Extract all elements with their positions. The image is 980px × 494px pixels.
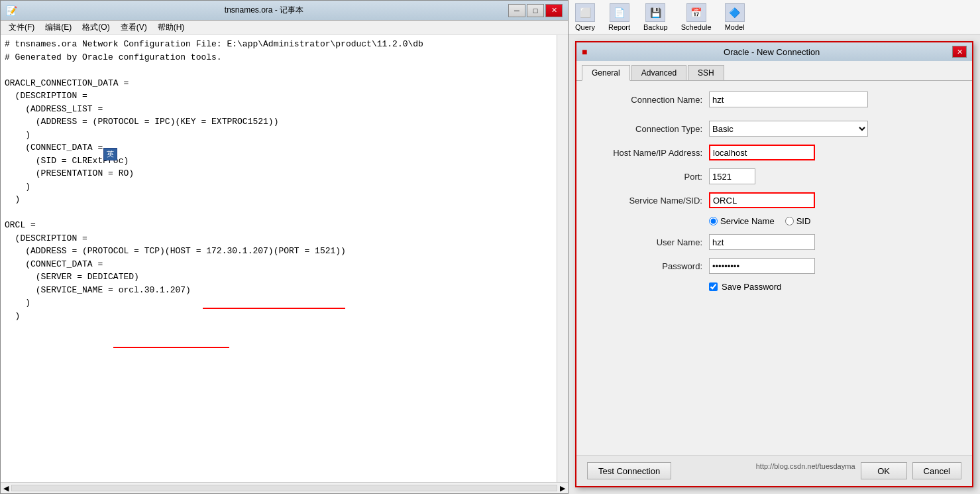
notepad-window: 📝 tnsnames.ora - 记事本 ─ □ ✕ 文件(F) 编辑(E) 格… bbox=[0, 0, 569, 494]
tab-advanced[interactable]: Advanced bbox=[631, 65, 686, 80]
connection-name-label: Connection Name: bbox=[590, 95, 709, 105]
minimize-button[interactable]: ─ bbox=[508, 4, 525, 17]
dialog-app-icon: ■ bbox=[582, 46, 587, 57]
ime-badge: 英 bbox=[103, 148, 117, 160]
host-row: Host Name/IP Address: bbox=[590, 145, 959, 160]
notepad-icon: 📝 bbox=[6, 5, 17, 16]
test-connection-button[interactable]: Test Connection bbox=[587, 462, 671, 479]
dialog-wrapper: ■ Oracle - New Connection ✕ General Adva… bbox=[569, 34, 980, 494]
toolbar-model[interactable]: 🔷 Model bbox=[725, 3, 745, 31]
toolbar: ⬜ Query 📄 Report 💾 Backup 📅 Schedule 🔷 M… bbox=[569, 0, 980, 34]
menu-view[interactable]: 查看(V) bbox=[115, 21, 152, 34]
tab-content-general: Connection Name: Connection Type: Basic … bbox=[576, 80, 972, 455]
save-password-label: Save Password bbox=[722, 282, 781, 292]
tab-ssh[interactable]: SSH bbox=[688, 65, 724, 80]
port-label: Port: bbox=[590, 172, 709, 182]
save-password-row: Save Password bbox=[709, 282, 959, 292]
footer-url: http://blog.csdn.net/tuesdayma bbox=[756, 462, 855, 479]
username-label: User Name: bbox=[590, 237, 709, 247]
oracle-new-connection-dialog: ■ Oracle - New Connection ✕ General Adva… bbox=[575, 41, 973, 487]
save-password-checkbox[interactable] bbox=[709, 282, 718, 291]
port-input[interactable] bbox=[709, 168, 755, 184]
schedule-icon: 📅 bbox=[686, 3, 706, 22]
toolbar-backup[interactable]: 💾 Backup bbox=[643, 3, 668, 31]
toolbar-query-label: Query bbox=[575, 23, 595, 31]
notepad-content: # tnsnames.ora Network Configuration Fil… bbox=[1, 35, 568, 482]
dialog-titlebar: ■ Oracle - New Connection ✕ bbox=[576, 42, 972, 61]
dialog-tabs: General Advanced SSH bbox=[576, 61, 972, 80]
toolbar-report-label: Report bbox=[608, 23, 630, 31]
tab-general[interactable]: General bbox=[582, 65, 630, 81]
connection-type-label: Connection Type: bbox=[590, 124, 709, 134]
vertical-scrollbar[interactable] bbox=[557, 35, 568, 482]
notepad-titlebar: 📝 tnsnames.ora - 记事本 ─ □ ✕ bbox=[1, 1, 568, 21]
password-row: Password: bbox=[590, 258, 959, 274]
username-row: User Name: bbox=[590, 234, 959, 250]
report-icon: 📄 bbox=[610, 3, 629, 22]
password-label: Password: bbox=[590, 261, 709, 271]
connection-name-input[interactable] bbox=[709, 92, 868, 107]
service-sid-input[interactable] bbox=[709, 192, 815, 208]
query-icon: ⬜ bbox=[575, 3, 595, 22]
radio-sid-text: SID bbox=[796, 216, 811, 226]
toolbar-model-label: Model bbox=[725, 23, 745, 31]
backup-icon: 💾 bbox=[645, 3, 665, 22]
close-button[interactable]: ✕ bbox=[545, 4, 563, 17]
connection-name-row: Connection Name: bbox=[590, 92, 959, 107]
connection-type-row: Connection Type: Basic bbox=[590, 121, 959, 137]
toolbar-report[interactable]: 📄 Report bbox=[608, 3, 630, 31]
toolbar-query[interactable]: ⬜ Query bbox=[575, 3, 595, 31]
notepad-title: tnsnames.ora - 记事本 bbox=[20, 5, 508, 16]
host-label: Host Name/IP Address: bbox=[590, 148, 709, 158]
radio-sid-label[interactable]: SID bbox=[785, 216, 811, 226]
menu-help[interactable]: 帮助(H) bbox=[152, 21, 190, 34]
toolbar-schedule-label: Schedule bbox=[681, 23, 712, 31]
cancel-button[interactable]: Cancel bbox=[912, 462, 961, 479]
toolbar-schedule[interactable]: 📅 Schedule bbox=[681, 3, 712, 31]
footer-action-buttons: http://blog.csdn.net/tuesdayma OK Cancel bbox=[756, 462, 961, 479]
radio-service-name-label[interactable]: Service Name bbox=[709, 216, 775, 226]
model-icon: 🔷 bbox=[725, 3, 745, 22]
dialog-footer: Test Connection http://blog.csdn.net/tue… bbox=[576, 455, 972, 486]
menu-file[interactable]: 文件(F) bbox=[3, 21, 40, 34]
toolbar-backup-label: Backup bbox=[643, 23, 668, 31]
notepad-controls: ─ □ ✕ bbox=[508, 4, 563, 17]
service-sid-row: Service Name/SID: bbox=[590, 192, 959, 208]
dialog-title: Oracle - New Connection bbox=[591, 47, 952, 57]
notepad-textarea[interactable]: # tnsnames.ora Network Configuration Fil… bbox=[1, 35, 557, 482]
horizontal-scrollbar[interactable]: ◀ ▶ bbox=[1, 482, 568, 493]
service-sid-label: Service Name/SID: bbox=[590, 196, 709, 206]
radio-service-name[interactable] bbox=[709, 217, 718, 225]
username-input[interactable] bbox=[709, 234, 815, 250]
maximize-button[interactable]: □ bbox=[527, 4, 544, 17]
radio-sid[interactable] bbox=[785, 217, 794, 225]
right-panel: ⬜ Query 📄 Report 💾 Backup 📅 Schedule 🔷 M… bbox=[569, 0, 980, 494]
menu-edit[interactable]: 编辑(E) bbox=[40, 21, 77, 34]
host-input[interactable] bbox=[709, 145, 815, 160]
password-input[interactable] bbox=[709, 258, 815, 274]
menu-format[interactable]: 格式(O) bbox=[77, 21, 115, 34]
radio-group: Service Name SID bbox=[709, 216, 959, 226]
notepad-menubar: 文件(F) 编辑(E) 格式(O) 查看(V) 帮助(H) bbox=[1, 21, 568, 35]
dialog-close-button[interactable]: ✕ bbox=[952, 46, 967, 58]
port-row: Port: bbox=[590, 168, 959, 184]
connection-type-select[interactable]: Basic bbox=[709, 121, 868, 137]
ok-button[interactable]: OK bbox=[861, 462, 907, 479]
radio-service-name-text: Service Name bbox=[720, 216, 775, 226]
